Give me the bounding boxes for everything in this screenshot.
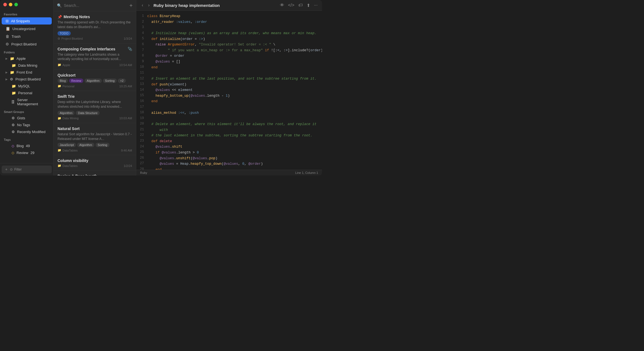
line-numbers: 12345 678910 1112131415 1617181920 21222… [136, 11, 147, 170]
close-button[interactable] [3, 3, 7, 6]
snippet-tags: Blog Review Algorithm Sorting +2 [58, 79, 132, 83]
preview-icon[interactable]: 👁 [280, 3, 284, 8]
snippet-item-quicksort[interactable]: Quicksort Blog Review Algorithm Sorting … [54, 70, 136, 91]
doc-icon: 📋 [6, 26, 10, 31]
gear-icon: ⚙ [12, 130, 15, 134]
maximize-button[interactable] [14, 3, 18, 6]
code-body: 12345 678910 1112131415 1617181920 21222… [136, 11, 322, 170]
snippet-tag: Blog [58, 79, 68, 83]
folder-icon: 📁 [10, 70, 14, 74]
snippet-meta-left: 📁 Data Mining [58, 117, 79, 120]
snippet-tag: Data Structure [76, 111, 100, 115]
sidebar-item-recently-modified[interactable]: ⚙ Recently Modified [2, 129, 52, 135]
folder-icon: 📁 [12, 84, 16, 88]
snippet-meta: 📁 DataTables 9:46 AM [58, 148, 132, 152]
snippet-item-paging[interactable]: Paging & Page length 📁 DataTables [54, 171, 136, 175]
snippet-tags: Algorithm Data Structure [58, 111, 132, 115]
sidebar-item-gists[interactable]: ⚙ Gists [2, 115, 52, 121]
pin-icon: 📌 [58, 15, 62, 19]
snippet-title: Natural Sort [58, 126, 132, 131]
sidebar-item-project-bluebird[interactable]: ▶ ⚙ Project Bluebird [2, 76, 52, 82]
snippet-meta: 📁 Apple 10:54 AM [58, 63, 132, 67]
more-options-icon[interactable]: ··· [314, 3, 318, 8]
trash-icon: 🗑 [6, 34, 9, 39]
sidebar-item-uncategorized[interactable]: 📋 Uncategorized [2, 25, 52, 32]
snippet-item-column-visibility[interactable]: Column visibility 📁 DataTables 1/2/24 [54, 155, 136, 171]
snippet-item-composing[interactable]: Composing Complex Interfaces 📎 The categ… [54, 44, 136, 70]
smart-groups-label: Smart Groups [0, 107, 53, 115]
sidebar: Favorites ⊞ All Snippets 📋 Uncategorized… [0, 0, 54, 175]
snippet-title: Quicksort [58, 73, 132, 77]
sidebar-item-label: Trash [12, 34, 21, 39]
folder-icon: 📁 [12, 91, 16, 95]
sidebar-item-label: Project Bluebird [11, 42, 37, 46]
sidebar-item-label: Recently Modified [17, 130, 45, 134]
snippet-preview: Natural Sort algorithm for Javascript - … [58, 132, 132, 141]
server-icon: 🗄 [11, 100, 15, 104]
sidebar-item-mysql[interactable]: 📁 MySQL [2, 83, 52, 89]
chevron-right-icon: ▶ [6, 78, 8, 81]
folder-icon-sm: 📁 [58, 164, 61, 168]
sidebar-item-trash[interactable]: 🗑 Trash [2, 33, 52, 40]
search-input[interactable] [64, 3, 127, 8]
snippet-meta-left: 📁 Apple [58, 63, 70, 67]
search-icon: 🔍 [57, 3, 62, 8]
sidebar-item-label: Front End [17, 70, 32, 74]
snippet-preview: The category view for Landmarks shows a … [58, 52, 132, 62]
snippet-item-meeting-notes[interactable]: 📌 Meeting Notes The meeting opened with … [54, 11, 136, 44]
sidebar-item-front-end[interactable]: ▶ 📁 Front End [2, 69, 52, 75]
snippets-list: 📌 Meeting Notes The meeting opened with … [54, 11, 136, 175]
snippet-item-swift-trie[interactable]: Swift Trie Deep within the Labyrinthine … [54, 91, 136, 123]
sidebar-item-review-tag[interactable]: ◇ Review 29 [2, 150, 52, 156]
sidebar-item-apple[interactable]: ▶ 📁 Apple [2, 55, 52, 62]
sidebar-item-all-snippets[interactable]: ⊞ All Snippets [2, 17, 52, 25]
sidebar-bottom: ＋ ⊙ Filter [0, 163, 53, 175]
minimize-button[interactable] [9, 3, 12, 6]
gear-icon: ⚙ [10, 77, 13, 81]
snippet-tag: Algorithm [77, 143, 94, 147]
grid-icon: ⊞ [6, 19, 9, 23]
sidebar-item-label: Blog [17, 144, 24, 148]
sidebar-item-data-mining[interactable]: 📁 Data Mining [2, 62, 52, 69]
snippet-title: 📌 Meeting Notes [58, 15, 132, 19]
code-view-icon[interactable]: </> [288, 3, 294, 8]
sidebar-item-no-tags[interactable]: ⚙ No Tags [2, 122, 52, 128]
code-content[interactable]: class BinaryHeap attr_reader :values, :o… [147, 11, 322, 170]
tag-count: 29 [31, 151, 34, 155]
snippet-tag: TODO [58, 31, 71, 36]
snippet-title: Composing Complex Interfaces 📎 [58, 47, 132, 51]
traffic-lights [0, 0, 21, 9]
snippet-title: Column visibility [58, 158, 132, 163]
snippet-tag: +2 [118, 79, 126, 83]
tag-icon: ◇ [12, 144, 14, 148]
sidebar-item-personal[interactable]: 📁 Personal [2, 90, 52, 96]
tags-label: Tags [0, 135, 53, 142]
folders-label: Folders [0, 48, 53, 55]
snippet-tag: Algorithm [84, 79, 102, 83]
code-footer: Ruby Line 1, Column 1 [136, 170, 322, 175]
language-label: Ruby [140, 171, 147, 174]
back-button[interactable]: ‹ [141, 2, 144, 8]
snippet-meta-left: ⚙ Project Bluebird [58, 37, 83, 40]
tag-icon: ◇ [12, 151, 14, 155]
snippet-title: Paging & Page length [58, 174, 132, 175]
sidebar-item-label: Uncategorized [12, 27, 36, 31]
add-snippet-button[interactable]: + [129, 3, 133, 8]
bookmark-icon[interactable]: 🏷 [298, 3, 303, 8]
snippet-tag: Review [69, 79, 83, 83]
forward-button[interactable]: › [147, 2, 151, 8]
code-header: ‹ › Ruby binary heap implementation 👁 </… [136, 0, 322, 11]
sidebar-item-server-management[interactable]: 🗄 Server Management [2, 97, 52, 107]
share-icon[interactable]: ⬆ [307, 3, 310, 8]
snippet-item-natural-sort[interactable]: Natural Sort Natural Sort algorithm for … [54, 123, 136, 155]
sidebar-item-label: MySQL [18, 84, 30, 88]
sidebar-item-label: Server Management [17, 98, 48, 106]
sidebar-item-project-bluebird-fav[interactable]: ⚙ Project Bluebird [2, 40, 52, 48]
folder-icon-sm: 📁 [58, 148, 61, 152]
folder-special-icon: ⚙ [6, 42, 9, 46]
filter-bar[interactable]: ＋ ⊙ Filter [2, 166, 52, 173]
chevron-right-icon: ▶ [6, 57, 8, 60]
sidebar-item-blog-tag[interactable]: ◇ Blog 49 [2, 143, 52, 149]
filter-label: Filter [14, 168, 22, 171]
sidebar-item-label: All Snippets [11, 19, 30, 23]
